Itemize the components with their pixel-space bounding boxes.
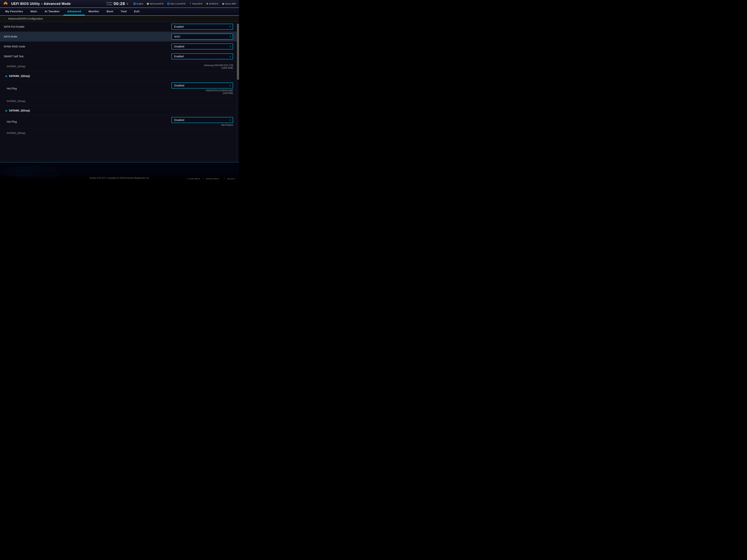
smart-self-test-select-wrapper: Enabled Disabled [172,53,233,59]
tab-monitor[interactable]: Monitor [85,8,103,15]
language-label: English [136,3,143,5]
tab-exit[interactable]: Exit [130,8,143,15]
hot-plug-2-select[interactable]: Disabled Enabled [172,117,233,123]
hot-plug-2-select-wrapper: Disabled Enabled [172,117,233,123]
hot-plug-1-device-info: KINGSTON SV100S2128G(128.0GB) [206,89,233,95]
sata6g1-expand-label[interactable]: ▶ SATA6G_1(Gray) [4,75,30,77]
footer: Version 2.20.1271. Copyright (C) 2023 Am… [0,162,239,179]
hot-plug-2-device-info: Not Present [221,124,233,126]
nvme-raid-select[interactable]: Disabled Enabled [172,44,233,50]
qfan-label: Qfan Control(F6) [170,3,186,5]
hot-plug-1-value: Disabled Enabled KINGSTON SV100S2128G(12… [170,82,233,95]
resize-bar-label: Resize BAR [225,3,236,5]
sata-mode-value: AHCI RAID IDE [170,34,233,39]
sata-port-enable-value: Enabled Disabled [170,24,233,30]
sata6g2-expand-row: ▶ SATA6G_2(Gray) [0,106,237,115]
hotkey-label: Hot Key [227,178,235,179]
scroll-thumb [237,24,239,80]
sata6g3-sub-row: SATA6G_3(Gray) [0,128,237,138]
settings-gear-icon[interactable]: ⚙ [126,2,128,5]
search-label: Search(F9) [192,3,202,5]
fan-icon: 🌀 [167,2,170,5]
sata-port-enable-label: SATA Port Enable [4,25,24,28]
resize-bar-button[interactable]: ▣ Resize BAR [221,2,237,5]
nvme-raid-row: NVMe RAID mode Disabled Enabled [0,42,237,52]
date-display: 05/2024 [106,2,112,4]
last-modified-label: Last Modified [186,178,200,179]
sata6g2-expand-label[interactable]: ▶ SATA6G_2(Gray) [4,109,30,112]
hot-plug-2-label: Hot Plug [4,120,17,123]
aura-label: AURA(F4) [209,3,218,5]
sata6g1-device-row: SATA6G_1(Gray) Samsung SSD 860 EVO 1TB(1… [0,61,237,71]
sata-port-enable-row: SATA Port Enable Enabled Disabled [0,22,237,32]
qfan-button[interactable]: 🌀 Qfan Control(F6) [166,2,186,5]
footer-bar: Version 2.20.1271. Copyright (C) 2023 Am… [0,176,239,179]
sata6g1-expand-arrow: ▶ [6,75,8,77]
smart-self-test-select[interactable]: Enabled Disabled [172,53,233,59]
nvme-raid-value: Disabled Enabled [170,44,233,50]
myfavorite-button[interactable]: ⭐ MyFavorite(F3) [146,2,164,5]
sata-mode-label: SATA Mode [4,35,17,38]
smart-self-test-value: Enabled Disabled [170,53,233,59]
hotkey-button[interactable]: Hot Key [227,178,235,179]
tab-advanced[interactable]: Advanced [63,8,85,15]
tab-tool[interactable]: Tool [117,8,130,15]
time-display: 00:28 [113,1,125,6]
hot-plug-1-label: Hot Plug [4,87,17,90]
last-modified-button[interactable]: Last Modified [186,178,200,179]
header-top: UEFI BIOS Utility – Advanced Mode 05/202… [2,1,237,6]
smart-self-test-row: SMART Self Test Enabled Disabled [0,52,237,61]
aura-button[interactable]: ✨ AURA(F4) [205,2,219,5]
smart-self-test-label: SMART Self Test [4,55,24,58]
day-display: Sunday [106,4,112,6]
sata6g1-device-info: Samsung SSD 860 EVO 1TB(1000.2GB) [170,63,233,69]
main-content: SATA Port Enable Enabled Disabled SATA M… [0,22,239,162]
sata6g2-sub-label: SATA6G_2(Gray) [4,100,26,103]
sata-port-enable-select[interactable]: Enabled Disabled [172,24,233,30]
question-icon: ? [189,2,191,5]
sata6g2-expand-arrow: ▶ [6,109,8,112]
search-button[interactable]: ? Search(F9) [188,2,203,5]
language-selector[interactable]: 🌐 English [133,2,144,5]
breadcrumb-back-arrow[interactable]: ← [4,17,6,20]
sata-mode-row: SATA Mode AHCI RAID IDE [0,32,237,42]
sata6g3-sub-label: SATA6G_3(Gray) [4,132,26,134]
datetime-area: 05/2024 Sunday 00:28 ⚙ [106,1,131,6]
sata6g1-device-name: Samsung SSD 860 EVO 1TB(1000.2GB) [204,64,233,69]
footer-actions: Last Modified EzMode(F7)|→ Hot Key [186,178,235,179]
header-utils: 05/2024 Sunday 00:28 ⚙ 🌐 English ⭐ MyFav… [106,1,237,6]
tab-boot[interactable]: Boot [103,8,117,15]
ezmode-label: EzMode(F7)|→ [206,178,221,179]
nav-tabs: My Favorites Main Ai Tweaker Advanced Mo… [0,8,239,16]
hot-plug-2-value: Disabled Enabled Not Present [170,117,233,126]
tab-main[interactable]: Main [27,8,41,15]
aura-icon: ✨ [206,2,208,5]
ezmode-button[interactable]: EzMode(F7)|→ [206,178,221,179]
hot-plug-1-row: Hot Plug Disabled Enabled KINGSTON SV100… [0,81,237,97]
settings-panel: SATA Port Enable Enabled Disabled SATA M… [0,22,237,162]
svg-point-14 [4,166,34,177]
nvme-raid-label: NVMe RAID mode [4,45,25,48]
tab-ai-tweaker[interactable]: Ai Tweaker [41,8,63,15]
myfavorite-label: MyFavorite(F3) [150,3,164,5]
scrollbar[interactable] [237,22,239,162]
nvme-raid-select-wrapper: Disabled Enabled [172,44,233,50]
sata6g2-sub-row: SATA6G_2(Gray) [0,97,237,106]
page-title: UEFI BIOS Utility – Advanced Mode [11,2,71,6]
tab-my-favorites[interactable]: My Favorites [1,8,27,15]
sata-port-enable-select-wrapper: Enabled Disabled [172,24,233,30]
hot-plug-1-select-wrapper: Disabled Enabled [172,82,233,88]
breadcrumb-path: Advanced\SATA Configuration [8,17,43,20]
sata6g1-device-label: SATA6G_1(Gray) [4,65,26,68]
globe-icon: 🌐 [133,2,136,5]
header: UEFI BIOS Utility – Advanced Mode 05/202… [0,0,239,8]
resize-icon: ▣ [222,2,225,5]
footer-version: Version 2.20.1271. Copyright (C) 2023 Am… [89,177,150,179]
breadcrumb: ← Advanced\SATA Configuration [0,16,239,22]
sata-mode-select-wrapper: AHCI RAID IDE [172,34,233,39]
sata6g1-expand-row: ▶ SATA6G_1(Gray) [0,71,237,81]
asus-logo-icon [2,1,9,6]
star-icon: ⭐ [147,2,149,5]
sata-mode-select[interactable]: AHCI RAID IDE [172,34,233,39]
hot-plug-1-select[interactable]: Disabled Enabled [172,82,233,88]
